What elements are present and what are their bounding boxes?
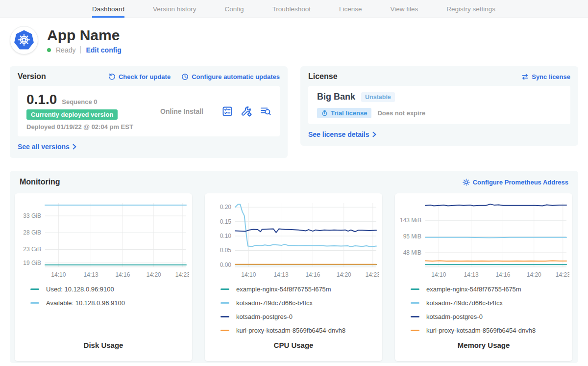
legend-item: example-nginx-54f8f76755-l675m: [411, 286, 572, 293]
svg-text:0.00: 0.00: [220, 261, 232, 268]
charts-row: 14:1014:1314:1614:2014:2319 GiB23 GiB28 …: [15, 193, 573, 361]
legend-label: kurl-proxy-kotsadm-8569fb6454-dnvh8: [426, 327, 536, 334]
version-number: 0.1.0: [26, 92, 57, 107]
chart-plot-disk-usage: 14:1014:1314:1614:2014:2319 GiB23 GiB28 …: [18, 198, 189, 281]
cards-row: Version Check for update: [0, 66, 588, 158]
svg-text:0.05: 0.05: [220, 247, 232, 254]
svg-text:0.10: 0.10: [220, 233, 232, 239]
legend-item: kotsadm-7f9dc7d66c-b4tcx: [220, 299, 382, 307]
legend-dash-icon: [220, 288, 229, 290]
check-for-update-button[interactable]: Check for update: [108, 73, 171, 80]
tab-version-history[interactable]: Version history: [153, 0, 196, 18]
legend-item: kotsadm-postgres-0: [220, 313, 382, 320]
legend-dash-icon: [411, 330, 419, 331]
configure-prometheus-link[interactable]: Configure Prometheus Address: [463, 179, 568, 186]
customer-name: Big Bank: [317, 92, 355, 102]
legend-item: kurl-proxy-kotsadm-8569fb6454-dnvh8: [411, 327, 572, 334]
chevron-right-icon: [73, 144, 76, 150]
svg-text:95 MiB: 95 MiB: [403, 233, 421, 240]
legend-dash-icon: [411, 316, 419, 317]
legend-label: example-nginx-54f8f76755-l675m: [426, 286, 521, 293]
chart-title: Disk Usage: [15, 341, 192, 349]
channel-badge: Unstable: [361, 92, 395, 102]
schedule-update-icon: [181, 73, 189, 80]
svg-text:14:20: 14:20: [527, 271, 541, 278]
status-dot: [47, 48, 51, 52]
current-version-box: 0.1.0 Sequence 0 Currently deployed vers…: [18, 86, 280, 136]
legend-dash-icon: [220, 302, 229, 304]
legend-dash-icon: [220, 330, 229, 331]
sync-license-button[interactable]: Sync license: [521, 73, 570, 80]
sequence-label: Sequence 0: [62, 98, 97, 105]
chart-legend: example-nginx-54f8f76755-l675mkotsadm-7f…: [220, 286, 382, 341]
edit-config-wrench-icon[interactable]: [241, 106, 252, 117]
svg-text:48 MiB: 48 MiB: [403, 249, 421, 256]
gear-icon: [463, 179, 470, 186]
trial-license-badge: Trial license: [317, 108, 371, 118]
app-status: Ready: [56, 46, 75, 54]
edit-config-link[interactable]: Edit config: [86, 46, 121, 54]
svg-text:14:20: 14:20: [147, 271, 161, 278]
svg-text:14:10: 14:10: [51, 271, 66, 278]
chart-title: Memory Usage: [395, 341, 572, 349]
legend-label: kotsadm-7f9dc7d66c-b4tcx: [426, 299, 503, 307]
top-nav: DashboardVersion historyConfigTroublesho…: [0, 0, 588, 18]
monitoring-section: Monitoring Configure Prometheus Address …: [10, 171, 578, 363]
legend-item: example-nginx-54f8f76755-l675m: [220, 286, 382, 293]
legend-dash-icon: [220, 316, 229, 317]
preflight-checks-icon[interactable]: [222, 106, 233, 117]
legend-label: Used: 10.128.0.96:9100: [46, 286, 114, 293]
license-card-title: License: [308, 72, 338, 81]
license-expiry: Does not expire: [377, 109, 425, 117]
tab-license[interactable]: License: [339, 0, 362, 18]
legend-dash-icon: [411, 302, 419, 304]
svg-text:14:10: 14:10: [431, 271, 446, 278]
svg-text:28 GiB: 28 GiB: [23, 229, 41, 236]
license-card: License Sync license Big Bank Unstable: [300, 66, 578, 146]
legend-item: kurl-proxy-kotsadm-8569fb6454-dnvh8: [220, 327, 382, 334]
version-card: Version Check for update: [10, 66, 288, 158]
tab-dashboard[interactable]: Dashboard: [92, 0, 124, 18]
legend-label: kotsadm-7f9dc7d66c-b4tcx: [236, 299, 313, 307]
view-logs-icon[interactable]: [260, 106, 271, 117]
tab-config[interactable]: Config: [225, 0, 244, 18]
svg-text:143 MiB: 143 MiB: [400, 217, 421, 224]
see-all-versions-link[interactable]: See all versions: [18, 143, 76, 151]
chevron-right-icon: [372, 131, 376, 137]
svg-text:0.15: 0.15: [220, 218, 232, 225]
see-license-details-link[interactable]: See license details: [308, 131, 376, 138]
version-card-title: Version: [18, 72, 46, 81]
svg-text:33 GiB: 33 GiB: [23, 212, 41, 219]
app-title-block: App Name Ready Edit config: [47, 27, 122, 54]
svg-text:14:16: 14:16: [305, 271, 320, 278]
svg-text:14:23: 14:23: [175, 271, 189, 278]
refresh-icon: [108, 73, 116, 80]
configure-automatic-updates-button[interactable]: Configure automatic updates: [181, 73, 280, 80]
tab-troubleshoot[interactable]: Troubleshoot: [272, 0, 311, 18]
legend-label: kotsadm-postgres-0: [236, 313, 293, 320]
kubernetes-icon: [13, 29, 35, 51]
chart-card-disk-usage: 14:1014:1314:1614:2014:2319 GiB23 GiB28 …: [15, 193, 192, 361]
chart-card-cpu-usage: 14:1014:1314:1614:2014:230.000.050.100.1…: [205, 193, 382, 361]
deployed-badge: Currently deployed version: [26, 109, 118, 120]
chart-card-memory-usage: 14:1014:1314:1614:2014:2348 MiB95 MiB143…: [395, 193, 572, 361]
install-type-label: Online Install: [142, 107, 222, 115]
svg-text:14:23: 14:23: [366, 271, 379, 278]
svg-text:14:16: 14:16: [495, 271, 510, 278]
tab-view-files[interactable]: View files: [390, 0, 418, 18]
chart-legend: example-nginx-54f8f76755-l675mkotsadm-7f…: [411, 286, 572, 341]
app-header: App Name Ready Edit config: [0, 18, 588, 57]
svg-text:14:16: 14:16: [115, 271, 130, 278]
app-logo: [10, 26, 38, 54]
legend-item: kotsadm-postgres-0: [411, 313, 572, 320]
svg-text:23 GiB: 23 GiB: [23, 246, 41, 253]
sync-icon: [521, 73, 529, 80]
legend-item: kotsadm-7f9dc7d66c-b4tcx: [411, 299, 572, 307]
legend-label: example-nginx-54f8f76755-l675m: [236, 286, 331, 293]
svg-text:14:20: 14:20: [337, 271, 351, 278]
tab-registry-settings[interactable]: Registry settings: [446, 0, 495, 18]
legend-dash-icon: [411, 288, 419, 290]
svg-text:14:13: 14:13: [464, 271, 479, 278]
chart-plot-cpu-usage: 14:1014:1314:1614:2014:230.000.050.100.1…: [208, 198, 379, 281]
kots-dashboard-page: DashboardVersion historyConfigTroublesho…: [0, 0, 588, 366]
